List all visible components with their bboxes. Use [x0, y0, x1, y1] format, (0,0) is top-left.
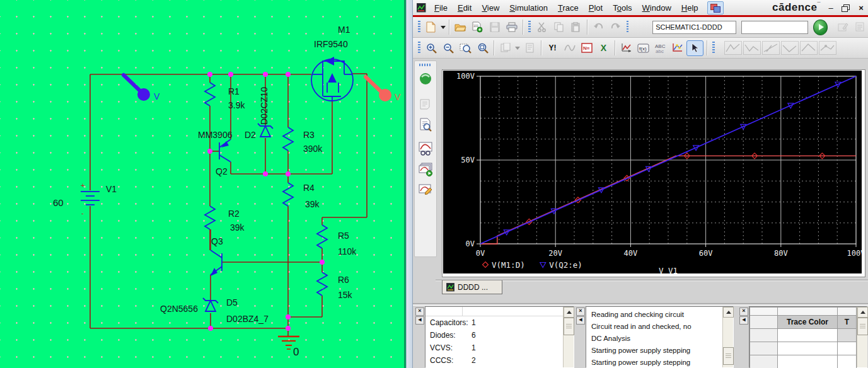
close-icon[interactable]: ×: [576, 308, 585, 316]
page-settings-dropdown[interactable]: [514, 41, 521, 55]
undo-button[interactable]: [591, 20, 606, 35]
toolbar-grip[interactable]: [528, 21, 531, 33]
scroll-up-icon[interactable]: [723, 307, 734, 318]
label-d2-ref[interactable]: D2: [245, 130, 256, 140]
toolbar-grip[interactable]: [627, 21, 629, 33]
zoom-fit-button[interactable]: [475, 41, 490, 55]
toolbar-grip[interactable]: [418, 42, 420, 54]
create-netlist-button[interactable]: 101: [470, 20, 485, 35]
menu-help[interactable]: Help: [676, 2, 703, 14]
schematic-canvas[interactable]: + -: [0, 0, 405, 368]
resistor-R5[interactable]: [317, 225, 327, 248]
resistor-R6[interactable]: [317, 272, 327, 296]
view-netlist-button[interactable]: [852, 20, 868, 35]
cursor-arrow-button[interactable]: [686, 40, 703, 56]
label-q2-ref[interactable]: Q2: [216, 166, 228, 176]
label-r2-value[interactable]: 39k: [230, 222, 245, 233]
edit-simulation-profile-icon[interactable]: [417, 182, 434, 198]
voltage-probe-blue[interactable]: [124, 75, 150, 101]
collapse-icon[interactable]: ◄: [739, 316, 748, 325]
window-cascade-icon[interactable]: [707, 1, 724, 14]
zoom-in-button[interactable]: [424, 41, 439, 55]
export-excel-button[interactable]: X: [596, 41, 611, 55]
label-d5-value[interactable]: D02BZ4_7: [226, 314, 269, 324]
cursor-point-button[interactable]: [819, 41, 836, 55]
label-r3-ref[interactable]: R3: [303, 130, 315, 140]
label-v1-ref[interactable]: V1: [106, 184, 117, 194]
census-scrollbar[interactable]: [563, 307, 574, 367]
restore-button[interactable]: [840, 3, 852, 13]
cut-button[interactable]: [534, 20, 550, 35]
close-icon[interactable]: ×: [415, 308, 424, 316]
label-r4-ref[interactable]: R4: [303, 183, 315, 193]
label-d5-ref[interactable]: D5: [226, 297, 238, 308]
menu-simulation[interactable]: Simulation: [504, 2, 553, 14]
simulation-status-icon[interactable]: [417, 71, 434, 87]
transistor-Q2[interactable]: [219, 139, 231, 162]
label-r3-value[interactable]: 390k: [303, 144, 323, 154]
label-v1-value[interactable]: 60: [53, 197, 64, 208]
scroll-thumb[interactable]: [723, 347, 734, 365]
paste-button[interactable]: [568, 20, 584, 35]
close-icon[interactable]: ×: [739, 308, 748, 316]
trace-table[interactable]: Trace Color T: [749, 307, 857, 368]
zoom-area-button[interactable]: [458, 41, 473, 55]
label-r6-value[interactable]: 15k: [338, 290, 353, 300]
redo-button[interactable]: [608, 20, 623, 35]
label-m1-ref[interactable]: M1: [338, 25, 350, 35]
open-file-button[interactable]: [453, 20, 468, 35]
label-r5-ref[interactable]: R5: [338, 231, 349, 241]
label-r2-ref[interactable]: R2: [228, 209, 240, 219]
toolbar-grip[interactable]: [712, 42, 715, 54]
run-to-time-field[interactable]: [741, 21, 808, 34]
label-q3-ref[interactable]: Q3: [211, 236, 223, 246]
toolbar-grip[interactable]: [419, 64, 432, 66]
toolbar-grip[interactable]: [418, 21, 420, 33]
batch-simulation-icon[interactable]: [417, 161, 434, 178]
simulation-queue-icon[interactable]: [417, 96, 434, 112]
edit-profile-button[interactable]: [835, 20, 851, 35]
scroll-up-icon[interactable]: [564, 307, 574, 318]
dock-splitter[interactable]: [413, 303, 868, 306]
tab-dddd[interactable]: DDDD ...: [442, 280, 502, 294]
cursor-min-button[interactable]: [781, 41, 799, 55]
menu-trace[interactable]: Trace: [553, 2, 584, 14]
label-m1-value[interactable]: IRF9540: [314, 39, 348, 49]
resistor-R3[interactable]: [283, 127, 293, 151]
mark-data-points-button[interactable]: [669, 41, 685, 55]
menu-window[interactable]: Window: [637, 2, 676, 14]
view-output-file-icon[interactable]: [417, 117, 434, 133]
minimize-button[interactable]: –: [825, 3, 837, 13]
new-file-dropdown[interactable]: [440, 20, 447, 35]
menu-plot[interactable]: Plot: [584, 2, 608, 14]
fourier-button[interactable]: [562, 41, 577, 55]
cursor-slope-button[interactable]: [762, 41, 780, 55]
label-d2-value[interactable]: D02CZ10: [259, 87, 269, 125]
trace-V(M1:D)[interactable]: [480, 156, 856, 244]
resistor-R2[interactable]: [205, 206, 215, 229]
cursor-peak-button[interactable]: [724, 41, 742, 55]
menu-edit[interactable]: Edit: [453, 2, 477, 14]
label-r4-value[interactable]: 39k: [305, 199, 320, 209]
collapse-icon[interactable]: ◄: [576, 316, 585, 325]
label-q2-value[interactable]: MM3906: [198, 130, 233, 140]
cursor-trough-button[interactable]: [743, 41, 761, 55]
scroll-up-icon[interactable]: [857, 307, 868, 318]
trace-scrollbar[interactable]: [857, 307, 867, 367]
pspice-document-icon[interactable]: [417, 3, 427, 13]
resistor-R4[interactable]: [283, 183, 293, 206]
waveform-plot[interactable]: 0V50V100V0V20V40V60V80V100VV(M1:D)V(Q2:e…: [443, 71, 862, 273]
legend-label[interactable]: V(M1:D): [492, 260, 525, 270]
label-r1-ref[interactable]: R1: [228, 86, 240, 96]
label-r6-ref[interactable]: R6: [338, 275, 349, 285]
menu-tools[interactable]: Tools: [608, 2, 637, 14]
evaluate-function-button[interactable]: f(x): [635, 41, 651, 55]
menu-view[interactable]: View: [477, 2, 504, 14]
view-simulation-results-icon[interactable]: [417, 141, 434, 157]
voltage-probe-red[interactable]: [366, 77, 391, 101]
transistor-Q3[interactable]: [211, 250, 222, 276]
scroll-thumb[interactable]: [857, 318, 868, 335]
collapse-icon[interactable]: ◄: [415, 316, 424, 325]
legend-label[interactable]: V(Q2:e): [549, 260, 582, 270]
zener-D5[interactable]: [203, 298, 218, 311]
